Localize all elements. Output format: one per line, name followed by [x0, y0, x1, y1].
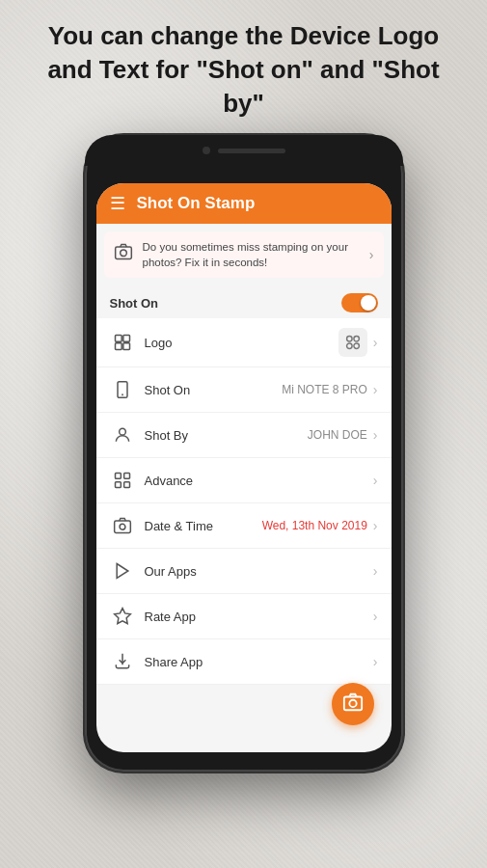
our-apps-chevron-icon: › — [373, 563, 378, 579]
phone-shell: ☰ Shot On Stamp Do you sometimes miss st… — [85, 135, 403, 772]
shot-by-value: JOHN DOE — [308, 428, 367, 442]
datetime-chevron-icon: › — [373, 518, 378, 533]
svg-rect-16 — [123, 482, 129, 488]
svg-point-12 — [119, 429, 125, 436]
speaker — [218, 149, 285, 153]
logo-preview-icon — [338, 328, 367, 357]
menu-item-shot-by-label: Shot By — [145, 428, 308, 443]
menu-item-logo[interactable]: Logo › — [96, 318, 392, 367]
svg-rect-4 — [115, 343, 122, 350]
svg-rect-13 — [115, 474, 121, 479]
svg-rect-0 — [115, 247, 131, 259]
menu-item-shot-on-label: Shot On — [145, 383, 283, 397]
rate-app-chevron-icon: › — [373, 609, 378, 624]
toggle-knob — [361, 295, 376, 311]
datetime-icon — [110, 513, 135, 538]
promo-banner[interactable]: Do you sometimes miss stamping on your p… — [104, 231, 384, 278]
person-icon — [110, 422, 135, 448]
hamburger-icon[interactable]: ☰ — [110, 193, 125, 214]
svg-rect-15 — [115, 482, 121, 488]
menu-item-our-apps-label: Our Apps — [145, 564, 373, 579]
datetime-value: Wed, 13th Nov 2019 — [262, 519, 367, 532]
app-header: ☰ Shot On Stamp — [96, 183, 392, 224]
top-description-text: You can change the Device Logo and Text … — [0, 0, 487, 135]
svg-marker-20 — [114, 609, 130, 624]
svg-marker-19 — [117, 564, 128, 579]
menu-item-advance[interactable]: Advance › — [96, 458, 392, 503]
svg-rect-3 — [122, 336, 129, 342]
camera-fab[interactable] — [332, 683, 374, 725]
shot-on-section-label: Shot On — [110, 296, 159, 311]
svg-point-8 — [346, 343, 352, 349]
logo-icon — [110, 330, 135, 355]
svg-rect-21 — [343, 696, 361, 710]
logo-chevron-icon: › — [373, 335, 378, 350]
svg-rect-5 — [122, 343, 129, 350]
our-apps-icon — [110, 558, 135, 583]
svg-rect-14 — [123, 474, 129, 479]
menu-item-share-app-label: Share App — [145, 655, 373, 669]
menu-item-our-apps[interactable]: Our Apps › — [96, 549, 392, 594]
banner-text: Do you sometimes miss stamping on your p… — [143, 239, 360, 270]
menu-item-rate-app-label: Rate App — [145, 610, 373, 624]
banner-chevron-icon: › — [369, 247, 374, 262]
advance-icon — [110, 468, 135, 493]
shot-on-value: Mi NOTE 8 PRO — [282, 383, 367, 396]
menu-item-date-time[interactable]: Date & Time Wed, 13th Nov 2019 › — [96, 503, 392, 549]
svg-point-22 — [349, 699, 356, 706]
app-title: Shot On Stamp — [137, 194, 256, 213]
svg-rect-17 — [114, 521, 130, 533]
rate-app-icon — [110, 604, 135, 629]
shot-by-chevron-icon: › — [373, 427, 378, 443]
shot-on-toggle-row: Shot On — [96, 285, 392, 318]
shot-on-toggle[interactable] — [341, 293, 378, 312]
menu-item-share-app[interactable]: Share App › — [96, 639, 392, 685]
svg-point-7 — [354, 337, 360, 342]
shot-on-chevron-icon: › — [373, 382, 378, 397]
svg-point-1 — [120, 250, 126, 257]
menu-item-advance-label: Advance — [145, 474, 373, 488]
advance-chevron-icon: › — [373, 473, 378, 488]
phone-icon — [110, 377, 135, 402]
share-app-chevron-icon: › — [373, 654, 378, 669]
menu-item-datetime-label: Date & Time — [145, 519, 262, 533]
menu-item-shot-by[interactable]: Shot By JOHN DOE › — [96, 413, 392, 458]
svg-point-6 — [346, 337, 352, 342]
menu-item-logo-label: Logo — [145, 336, 338, 350]
menu-item-shot-on[interactable]: Shot On Mi NOTE 8 PRO › — [96, 367, 392, 413]
phone-notch — [85, 135, 403, 166]
phone-mockup: ☰ Shot On Stamp Do you sometimes miss st… — [85, 135, 403, 772]
banner-camera-icon — [114, 242, 133, 267]
svg-point-18 — [120, 525, 125, 530]
svg-point-9 — [354, 343, 360, 349]
share-app-icon — [110, 649, 135, 674]
fab-camera-icon — [342, 692, 364, 718]
front-camera — [203, 147, 210, 154]
menu-item-rate-app[interactable]: Rate App › — [96, 594, 392, 639]
svg-rect-2 — [115, 336, 122, 342]
phone-screen: ☰ Shot On Stamp Do you sometimes miss st… — [96, 183, 392, 752]
